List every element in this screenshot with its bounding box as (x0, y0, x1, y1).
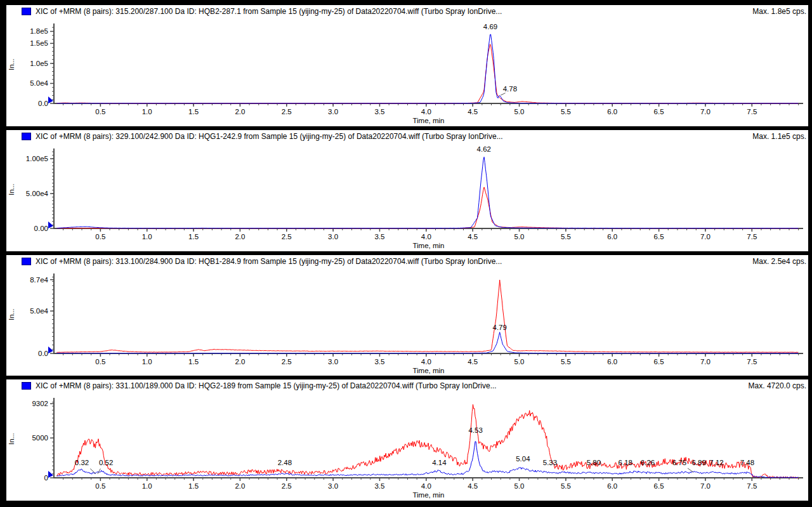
chromatogram-svg: 0.05.0e48.7e40.51.01.52.02.53.03.54.04.5… (6, 268, 808, 376)
time-axis-title: Time, min (412, 491, 444, 499)
panel-header: XIC of +MRM (8 pairs): 315.200/287.100 D… (6, 5, 808, 18)
time-axis-title: Time, min (412, 367, 444, 374)
x-tick-label: 4.0 (421, 108, 431, 115)
x-tick-label: 6.0 (607, 358, 617, 365)
x-tick-label: 2.5 (282, 482, 292, 490)
panel-header: XIC of +MRM (8 pairs): 329.100/242.900 D… (6, 130, 808, 143)
blue-trace[interactable] (56, 332, 798, 353)
intensity-axis-title: In... (8, 308, 15, 320)
blue-trace[interactable] (56, 442, 798, 478)
y-tick-label: 0 (44, 474, 48, 482)
chromatogram-svg: 0.05.0e41.0e51.5e51.8e50.51.01.52.02.53.… (6, 18, 808, 126)
x-tick-label: 1.0 (142, 233, 152, 240)
x-tick-label: 5.0 (514, 358, 525, 365)
intensity-axis-title: In... (8, 433, 15, 445)
x-tick-label: 6.5 (654, 482, 664, 490)
x-tick-label: 3.5 (374, 233, 384, 240)
chromatogram-plot[interactable]: 0.05.0e48.7e40.51.01.52.02.53.03.54.04.5… (6, 268, 808, 376)
x-tick-label: 4.5 (468, 233, 478, 240)
peak-label: 7.48 (740, 459, 754, 466)
x-tick-label: 0.5 (95, 358, 105, 365)
peak-label: 6.26 (641, 459, 655, 466)
x-tick-label: 7.0 (700, 358, 710, 365)
time-axis-title: Time, min (412, 117, 444, 124)
x-tick-label: 1.5 (188, 108, 199, 115)
x-tick-label: 1.5 (188, 358, 199, 365)
x-tick-label: 5.5 (561, 482, 571, 490)
chromatogram-plot[interactable]: 0.005.00e41.00e50.51.01.52.02.53.03.54.0… (6, 143, 808, 251)
y-tick-label: 1.5e5 (30, 39, 48, 47)
chromatogram-svg: 0500093020.51.01.52.02.53.03.54.04.55.05… (6, 392, 808, 501)
peak-label: 4.53 (468, 426, 482, 434)
x-tick-label: 2.0 (235, 108, 245, 115)
peak-label: 4.79 (493, 323, 507, 331)
max-intensity-label: Max. 2.5e4 cps. (752, 257, 806, 266)
x-tick-label: 5.5 (561, 108, 571, 115)
x-tick-label: 3.5 (374, 358, 384, 365)
x-tick-label: 5.0 (514, 233, 525, 240)
x-tick-label: 4.5 (468, 358, 478, 365)
y-tick-label: 0.00 (34, 225, 48, 232)
x-tick-label: 0.5 (95, 108, 105, 115)
x-tick-label: 1.5 (188, 233, 199, 240)
x-tick-label: 4.5 (468, 482, 478, 490)
red-trace[interactable] (56, 187, 798, 228)
chromatogram-panel-3: XIC of +MRM (8 pairs): 313.100/284.900 D… (6, 255, 808, 376)
peak-label: 6.75 (672, 459, 686, 466)
blue-trace[interactable] (56, 157, 798, 228)
y-tick-label: 1.0e5 (30, 60, 48, 67)
peak-label: 7.12 (709, 459, 723, 466)
x-tick-label: 5.0 (514, 482, 525, 490)
red-trace[interactable] (56, 44, 798, 103)
origin-marker-icon (48, 96, 53, 103)
intensity-axis-title: In... (8, 183, 15, 195)
peak-label: 6.89 (691, 459, 705, 466)
x-tick-label: 2.5 (282, 108, 292, 115)
x-tick-label: 7.0 (700, 108, 710, 115)
intensity-axis-title: In... (8, 58, 15, 70)
chromatogram-plot[interactable]: 0500093020.51.01.52.02.53.03.54.04.55.05… (6, 392, 808, 501)
peak-label: 0.32 (75, 459, 89, 466)
peak-label: 6.18 (619, 459, 632, 466)
peak-label: 5.80 (587, 459, 601, 466)
panel-header: XIC of +MRM (8 pairs): 313.100/284.900 D… (6, 255, 808, 268)
y-tick-label: 0.0 (38, 100, 48, 107)
x-tick-label: 4.5 (468, 108, 478, 115)
max-intensity-label: Max. 4720.0 cps. (749, 381, 806, 390)
x-tick-label: 6.0 (607, 482, 617, 490)
x-tick-label: 7.5 (747, 482, 757, 490)
panel-title: XIC of +MRM (8 pairs): 331.100/189.000 D… (36, 381, 497, 390)
y-tick-label: 5000 (32, 434, 48, 442)
panel-title: XIC of +MRM (8 pairs): 329.100/242.900 D… (36, 132, 503, 141)
x-tick-label: 1.0 (142, 108, 152, 115)
y-tick-label: 1.8e5 (30, 27, 48, 35)
trace-color-swatch-icon[interactable] (22, 133, 31, 140)
trace-color-swatch-icon[interactable] (22, 382, 31, 390)
peak-label: 4.62 (477, 145, 491, 153)
origin-marker-icon (48, 346, 53, 353)
red-trace[interactable] (56, 280, 798, 352)
blue-trace[interactable] (56, 34, 798, 103)
application-frame: XIC of +MRM (8 pairs): 315.200/287.100 D… (0, 0, 812, 507)
y-tick-label: 5.00e4 (26, 190, 49, 197)
x-tick-label: 6.5 (654, 108, 664, 115)
x-tick-label: 2.0 (235, 482, 245, 490)
peak-label: 2.48 (278, 459, 292, 466)
x-tick-label: 4.0 (421, 233, 431, 240)
x-tick-label: 0.5 (95, 233, 105, 240)
x-tick-label: 1.0 (142, 482, 152, 490)
x-tick-label: 3.5 (374, 482, 384, 490)
red-trace[interactable] (56, 405, 798, 478)
x-tick-label: 5.5 (561, 358, 571, 365)
peak-label: 5.04 (516, 455, 530, 463)
trace-color-swatch-icon[interactable] (22, 8, 31, 15)
chromatogram-plot[interactable]: 0.05.0e41.0e51.5e51.8e50.51.01.52.02.53.… (6, 18, 808, 126)
x-tick-label: 6.0 (607, 108, 617, 115)
x-tick-label: 3.0 (328, 108, 338, 115)
x-tick-label: 6.5 (654, 358, 664, 365)
peak-label: 0.52 (99, 459, 113, 466)
x-tick-label: 7.5 (747, 358, 757, 365)
trace-color-swatch-icon[interactable] (22, 258, 31, 265)
chromatogram-svg: 0.005.00e41.00e50.51.01.52.02.53.03.54.0… (6, 143, 808, 251)
x-tick-label: 2.5 (282, 233, 292, 240)
